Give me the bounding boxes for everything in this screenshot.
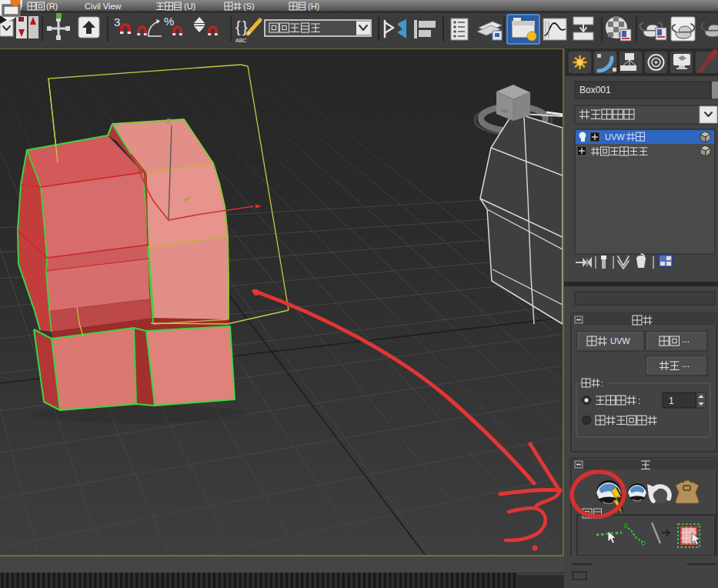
svg-text:%: % — [164, 15, 174, 28]
svg-text:Box001: Box001 — [579, 85, 611, 95]
svg-text:(H): (H) — [308, 2, 319, 11]
svg-text:(R): (R) — [46, 2, 58, 11]
svg-text:FID: FID — [501, 109, 509, 113]
svg-text:ABC: ABC — [235, 38, 246, 43]
svg-text:{: { — [235, 18, 241, 35]
svg-text:...: ... — [682, 334, 690, 345]
svg-text:Civil View: Civil View — [85, 2, 122, 11]
svg-text:UVW: UVW — [605, 132, 625, 142]
svg-text:Z: Z — [166, 117, 171, 125]
svg-text:(U): (U) — [184, 2, 195, 11]
svg-text:1: 1 — [669, 396, 674, 406]
svg-text:3: 3 — [114, 15, 120, 28]
svg-text::: : — [638, 396, 640, 406]
svg-text:(S): (S) — [243, 2, 255, 11]
svg-text:...: ... — [682, 359, 690, 369]
svg-text:UVW: UVW — [610, 336, 630, 346]
svg-text::: : — [601, 379, 603, 388]
